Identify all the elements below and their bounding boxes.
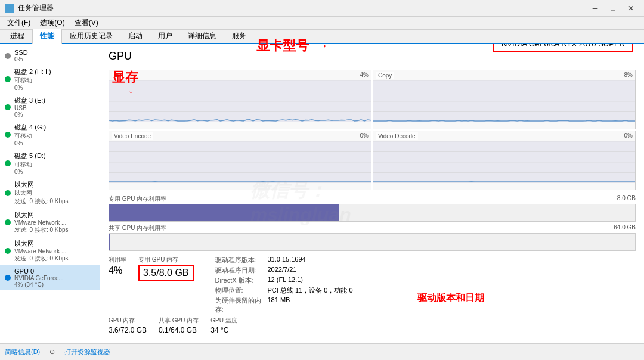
sidebar-item-eth2[interactable]: 以太网 VMware Network ... 发送: 0 接收: 0 Kbps [0,208,100,237]
tab-startup[interactable]: 启动 [120,29,150,43]
chart-copy-label: Copy [376,72,394,79]
sidebar-label: 磁盘 3 (E:) [14,96,45,105]
sidebar-item-eth3[interactable]: 以太网 VMware Network ... 发送: 0 接收: 0 Kbps [0,237,100,265]
stats-area: 利用率 4% 专用 GPU 内存 3.5/8.0 GB 驱动程序版本: 31.0… [109,256,636,315]
stat-gpu-temp: GPU 温度 34 °C [210,316,237,334]
sidebar-item-gpu0[interactable]: GPU 0 NVIDIA GeForce... 4% (34 °C) [0,265,100,290]
sidebar-sub2: 可移动 [14,160,46,169]
sidebar-sub: 0% [14,140,46,147]
tab-process[interactable]: 进程 [2,29,32,43]
sidebar-sub2: 可移动 [14,76,51,85]
shared-mem-section: 共享 GPU 内存利用率 64.0 GB [109,224,636,251]
dedicated-mem-section: 专用 GPU 内存利用率 8.0 GB [109,195,636,222]
close-button[interactable]: ✕ [623,2,639,14]
sidebar-label: 以太网 [14,210,69,219]
sidebar-label: GPU 0 [14,268,64,275]
status-dot [5,160,11,166]
tab-performance[interactable]: 性能 [32,29,62,44]
reserved-label: 为硬件保留的内存: [215,296,263,314]
tab-app-history[interactable]: 应用历史记录 [62,29,120,43]
title-text: 任务管理器 [18,3,54,13]
sidebar-label: 以太网 [14,239,69,248]
charts-grid: 3D 4% Copy 8% Video Encode [109,70,636,190]
stat-shared-gpu-mem: 共享 GPU 内存 0.1/64.0 GB [159,316,199,334]
chart-copy-value: 8% [624,72,633,79]
tab-services[interactable]: 服务 [224,29,254,43]
gpu-temp-label: GPU 温度 [210,316,237,325]
app-icon [5,4,14,13]
tab-bar: 进程 性能 应用历史记录 启动 用户 详细信息 服务 [0,30,644,44]
utilization-value: 4% [109,265,126,276]
sidebar-label: 磁盘 5 (D:) [14,151,46,160]
menu-options[interactable]: 选项(O) [35,17,69,29]
maximize-button[interactable]: □ [605,2,621,14]
chart-3d-label: 3D [112,72,124,79]
menu-file[interactable]: 文件(F) [2,17,35,29]
status-dot [5,76,11,82]
sidebar-sub: 0% [14,169,46,175]
dedicated-mem-label: 专用 GPU 内存利用率 8.0 GB [109,195,636,203]
sidebar-label: 以太网 [14,180,69,189]
sidebar-sub2: 以太网 [14,189,69,197]
open-resource-monitor-link[interactable]: 打开资源监视器 [64,347,110,356]
stat-utilization: 利用率 4% [109,256,126,315]
location-label: 物理位置: [215,286,263,295]
dedicated-mem-bar [109,204,339,221]
sidebar-item-disk4[interactable]: 磁盘 4 (G:) 可移动 0% [0,120,100,149]
status-dot [5,275,11,281]
status-dot [5,190,11,196]
sidebar-item-ssd[interactable]: SSD 0% [0,46,100,65]
dedicated-gpu-mem-value: 3.5/8.0 GB [138,265,194,281]
sidebar-item-disk3[interactable]: 磁盘 3 (E:) USB 0% [0,94,100,120]
status-dot [5,104,11,110]
sidebar-item-disk5[interactable]: 磁盘 5 (D:) 可移动 0% [0,149,100,178]
sidebar-sub: 发送: 0 接收: 0 Kbps [14,255,69,263]
menu-view[interactable]: 查看(V) [70,17,103,29]
sidebar-sub: 0% [14,85,51,91]
sidebar-sub: 发送: 0 接收: 0 Kbps [14,226,69,234]
status-dot [5,219,11,225]
shared-mem-bar-container [109,233,636,251]
sidebar-label: SSD [14,49,28,56]
shared-gpu-mem-value: 0.1/64.0 GB [159,326,199,334]
shared-gpu-mem-label: 共享 GPU 内存 [159,316,199,325]
brief-info-link[interactable]: 简略信息(D) [5,347,40,356]
sidebar-sub: 4% (34 °C) [14,281,64,288]
tab-users[interactable]: 用户 [150,29,180,43]
stat-gpu-mem: GPU 内存 3.6/72.0 GB [109,316,147,334]
sidebar-item-eth1[interactable]: 以太网 以太网 发送: 0 接收: 0 Kbps [0,178,100,208]
chart-encode-label: Video Encode [112,132,153,140]
title-bar: 任务管理器 ─ □ ✕ [0,0,644,17]
status-dot [5,53,11,59]
separator: ⊕ [49,348,55,356]
minimize-button[interactable]: ─ [587,2,603,14]
gpu-title: GPU [109,50,132,63]
driver-date-label: 驱动程序日期: [215,266,263,275]
driver-date-value: 2022/7/21 [268,266,297,275]
driver-version-label: 驱动程序版本: [215,256,263,265]
sidebar-label: 磁盘 2 (H: I:) [14,67,51,76]
sidebar-sub: 0% [14,111,45,118]
status-dot [5,248,11,254]
sidebar-item-disk2[interactable]: 磁盘 2 (H: I:) 可移动 0% [0,65,100,94]
main-layout: SSD 0% 磁盘 2 (H: I:) 可移动 0% 磁盘 3 (E:) USB [0,44,644,343]
tab-details[interactable]: 详细信息 [180,29,224,43]
menu-bar: 文件(F) 选项(O) 查看(V) [0,17,644,30]
gpu-content: GPU NVIDIA GeForce RTX 2070 SUPER 3D 4% … [100,44,644,343]
chart-3d-value: 4% [360,72,369,79]
chart-video-encode: Video Encode 0% [109,131,371,190]
sidebar-sub2: NVIDIA GeForce... [14,275,64,281]
driver-info: 驱动程序版本: 31.0.15.1694 驱动程序日期: 2022/7/21 D… [215,256,353,315]
utilization-label: 利用率 [109,256,126,264]
gpu-mem-value: 3.6/72.0 GB [109,326,147,334]
sidebar-sub2: 可移动 [14,132,46,140]
status-dot [5,132,11,138]
directx-label: DirectX 版本: [215,276,263,285]
sidebar-sub: 发送: 0 接收: 0 Kbps [14,197,69,206]
sidebar: SSD 0% 磁盘 2 (H: I:) 可移动 0% 磁盘 3 (E:) USB [0,44,100,343]
dedicated-gpu-mem-label: 专用 GPU 内存 [138,256,194,264]
stat-dedicated-gpu-mem: 专用 GPU 内存 3.5/8.0 GB [138,256,194,315]
chart-copy: Copy 8% [373,70,636,129]
sidebar-sub2: VMware Network ... [14,248,69,255]
shared-mem-label: 共享 GPU 内存利用率 64.0 GB [109,224,636,232]
